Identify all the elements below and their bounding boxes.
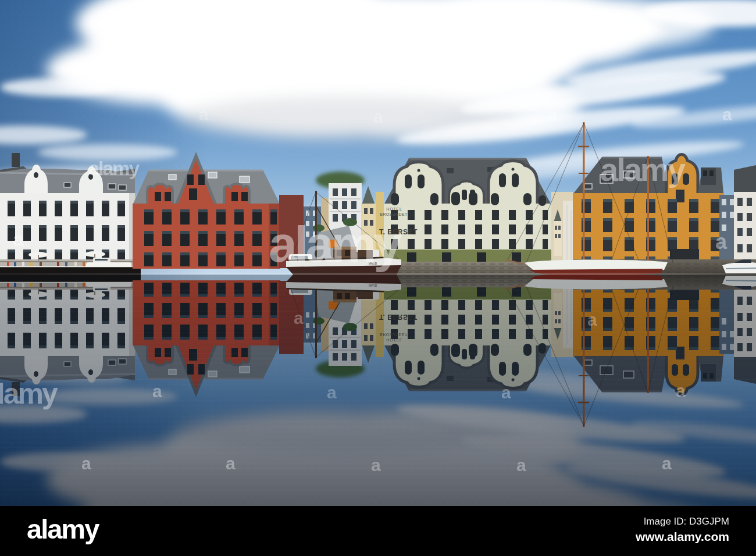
hotel-sign-line1: HOTEL bbox=[386, 207, 402, 211]
red-building bbox=[133, 156, 280, 269]
distant-buildings-right bbox=[551, 192, 573, 268]
hotel-sign-line2: BROSUNDET bbox=[380, 212, 408, 216]
water-reflection bbox=[0, 275, 756, 506]
owner-sign: T. BERSET bbox=[379, 228, 418, 236]
harbor-photo: HOTEL BROSUNDET T. BERSET bbox=[0, 0, 756, 506]
alamy-footer-bar: alamy Image ID: D3GJPM www.alamy.com bbox=[0, 506, 756, 556]
image-id-text: Image ID: D3GJPM bbox=[636, 515, 729, 529]
alamy-logo: alamy bbox=[27, 515, 98, 543]
white-buildings bbox=[0, 165, 141, 275]
stock-photo-page: HOTEL BROSUNDET T. BERSET bbox=[0, 0, 756, 556]
boat-name: MAUD bbox=[369, 262, 377, 265]
alamy-url-text: www.alamy.com bbox=[636, 529, 729, 545]
harbor-scene: HOTEL BROSUNDET T. BERSET bbox=[0, 0, 756, 275]
hotel-brosundet-building: HOTEL BROSUNDET T. BERSET bbox=[379, 158, 551, 265]
